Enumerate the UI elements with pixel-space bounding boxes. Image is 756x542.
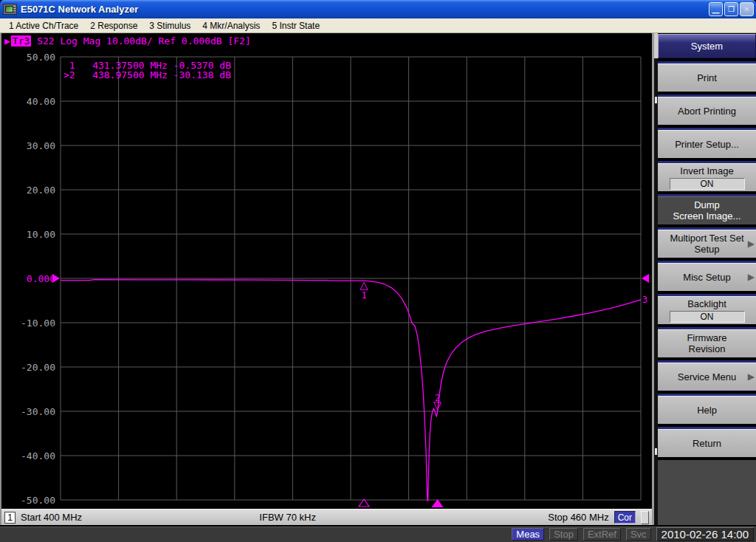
sidebar-filler (658, 460, 756, 525)
softkey-label: Printer Setup... (675, 139, 739, 150)
trace-number-label: 3 (642, 295, 647, 305)
y-axis-tick-label: 30.00 (27, 140, 55, 151)
softkey-print[interactable]: Print (658, 61, 756, 92)
ref-level-left-icon[interactable] (52, 274, 60, 283)
instrument-status-bar: MeasStopExtRefSvc2010-02-26 14:00 (0, 525, 756, 542)
marker-2-stimulus-icon[interactable] (432, 499, 444, 507)
marker-readout-row-2: >2 438.97500 MHz -30.138 dB (63, 70, 231, 80)
menu-item-5-instr-state[interactable]: 5 Instr State (266, 19, 326, 32)
ref-level-right-icon[interactable] (642, 274, 649, 283)
softkey-backlight[interactable]: BacklightON (658, 294, 756, 324)
trace-format-text: S22 Log Mag 10.00dB/ Ref 0.000dB [F2] (31, 35, 250, 47)
softkey-return[interactable]: Return (658, 427, 756, 457)
instrument-screen: 50.0040.0030.0020.0010.000.000-10.00-20.… (0, 33, 756, 525)
softkey-label: Return (693, 438, 721, 449)
marker-2-label: 2 (435, 393, 440, 403)
softkey-label: Setup (695, 244, 720, 255)
y-axis-tick-label: 20.00 (27, 185, 55, 196)
softkey-label: Abort Printing (678, 106, 736, 117)
softkey-abort-printing[interactable]: Abort Printing (658, 95, 756, 125)
submenu-arrow-icon: ▶ (748, 239, 755, 250)
softkey-label: Misc Setup (683, 272, 730, 283)
strip-end-box (641, 511, 649, 524)
y-axis-tick-label: 50.00 (27, 52, 55, 63)
softkey-label: Invert Image (680, 165, 733, 176)
status-segment-stop: Stop (549, 528, 578, 541)
y-axis-tick-label: 0.000 (27, 273, 55, 284)
softkey-label: Firmware (687, 332, 726, 343)
submenu-arrow-icon: ▶ (748, 272, 755, 283)
status-segment-extref: ExtRef (583, 528, 621, 541)
y-axis-tick-label: -20.00 (21, 362, 55, 373)
softkey-label: Print (697, 72, 717, 83)
status-segment-meas: Meas (512, 528, 544, 541)
softkey-label: Revision (689, 343, 726, 354)
channel-number-box: 1 (4, 512, 16, 524)
start-frequency-label[interactable]: Start 400 MHz (21, 512, 82, 523)
softkey-multiport-test-set-setup[interactable]: Multiport Test SetSetup▶ (658, 227, 756, 258)
submenu-arrow-icon: ▶ (748, 371, 755, 383)
stop-frequency-label[interactable]: Stop 460 MHz (548, 512, 608, 523)
y-axis-tick-label: 10.00 (27, 229, 55, 240)
y-axis-tick-label: -30.00 (21, 406, 55, 417)
active-trace-indicator-icon: ▶ (4, 35, 10, 47)
y-axis-tick-label: -50.00 (21, 495, 55, 506)
menu-bar: 1 Active Ch/Trace2 Response3 Stimulus4 M… (0, 18, 756, 33)
y-axis-tick-label: -10.00 (21, 318, 55, 329)
softkey-label: Dump (694, 199, 720, 210)
channel-status-strip: 1 Start 400 MHz IFBW 70 kHz Stop 460 MHz… (1, 509, 652, 525)
softkey-help[interactable]: Help (658, 394, 756, 424)
softkey-printer-setup[interactable]: Printer Setup... (658, 128, 756, 158)
trace-display-area: 50.0040.0030.0020.0010.000.000-10.00-20.… (0, 33, 654, 525)
trace-chip: Tr3 (11, 35, 31, 47)
softkey-label: Help (697, 405, 717, 416)
marker-readout: 1 431.37500 MHz -0.5370 dB>2 438.97500 M… (63, 61, 231, 80)
softkey-toggle-state: ON (670, 311, 745, 323)
softkey-invert-image[interactable]: Invert ImageON (658, 161, 756, 191)
window-title: E5071C Network Analyzer (21, 4, 138, 15)
trace-status-line[interactable]: ▶Tr3 S22 Log Mag 10.00dB/ Ref 0.000dB [F… (4, 35, 251, 47)
close-icon: ✕ (743, 5, 749, 13)
menu-item-3-stimulus[interactable]: 3 Stimulus (143, 19, 196, 32)
softkey-menu: System PrintAbort PrintingPrinter Setup.… (654, 33, 756, 525)
softkey-label: Backlight (687, 298, 726, 309)
app-icon (3, 4, 17, 15)
softkey-dump-screen-image[interactable]: DumpScreen Image... (658, 194, 756, 224)
datetime-display: 2010-02-26 14:00 (656, 527, 754, 541)
softkey-service-menu[interactable]: Service Menu▶ (658, 360, 756, 391)
close-button: ✕ (740, 2, 754, 16)
minimize-button[interactable]: — (709, 2, 723, 16)
softkey-misc-setup[interactable]: Misc Setup▶ (658, 261, 756, 291)
menu-item-4-mkr-analysis[interactable]: 4 Mkr/Analysis (196, 19, 266, 32)
menu-item-2-response[interactable]: 2 Response (84, 19, 143, 32)
menu-item-1-active-ch-trace[interactable]: 1 Active Ch/Trace (3, 19, 84, 32)
y-axis-tick-label: 40.00 (27, 96, 55, 107)
restore-button[interactable]: ❐ (724, 2, 738, 16)
minimize-icon: — (712, 10, 720, 16)
ifbw-label[interactable]: IFBW 70 kHz (259, 512, 316, 523)
plot-svg: 50.0040.0030.0020.0010.000.000-10.00-20.… (1, 33, 650, 509)
softkey-toggle-state: ON (670, 178, 745, 190)
restore-icon: ❐ (728, 5, 735, 13)
status-segment-svc: Svc (626, 528, 651, 541)
scroll-down-icon[interactable] (655, 448, 657, 455)
softkey-menu-title: System (658, 34, 756, 58)
softkey-firmware-revision[interactable]: FirmwareRevision (658, 327, 756, 357)
correction-badge: Cor (614, 511, 636, 524)
marker-1-label: 1 (361, 290, 366, 301)
marker-1-icon[interactable] (360, 282, 368, 289)
title-bar: E5071C Network Analyzer — ❐ ✕ (0, 0, 756, 18)
softkey-label: Multiport Test Set (670, 233, 743, 244)
graph-area: 50.0040.0030.0020.0010.000.000-10.00-20.… (1, 33, 652, 509)
y-axis-tick-label: -40.00 (21, 450, 55, 462)
scroll-strip-top (654, 33, 658, 58)
softkey-label: Screen Image... (673, 210, 741, 222)
scroll-up-icon[interactable] (655, 97, 657, 103)
softkey-label: Service Menu (678, 371, 736, 383)
